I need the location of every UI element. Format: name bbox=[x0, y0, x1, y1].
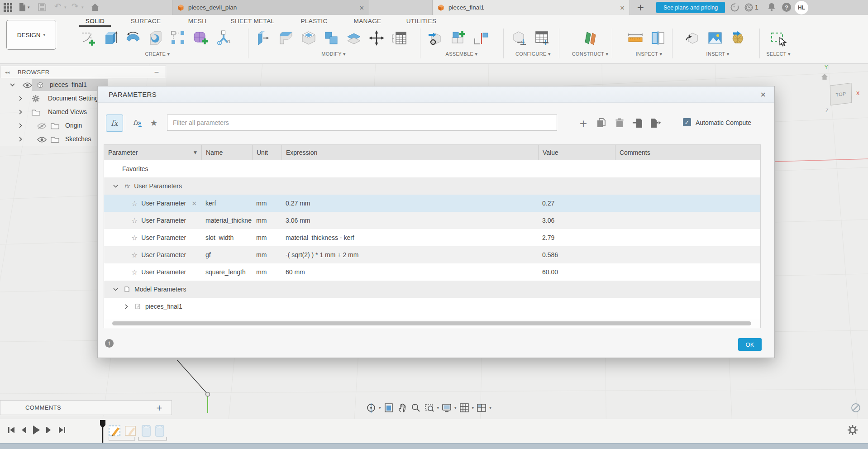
home-icon[interactable] bbox=[91, 3, 100, 12]
add-comment-icon[interactable]: + bbox=[156, 403, 162, 412]
construct-plane-icon[interactable] bbox=[580, 27, 600, 49]
favorite-star-icon[interactable]: ☆ bbox=[131, 199, 138, 208]
browser-item-label[interactable]: pieces_final1 bbox=[50, 81, 87, 88]
group-label-insert[interactable]: INSERT ▾ bbox=[682, 51, 753, 57]
delete-parameter-icon[interactable] bbox=[614, 117, 625, 129]
timeline-step-back-icon[interactable] bbox=[20, 426, 27, 434]
create-sketch-icon[interactable] bbox=[78, 27, 98, 49]
parameter-name[interactable]: kerf bbox=[201, 200, 252, 207]
grid-snap-caret-icon[interactable]: ▾ bbox=[472, 406, 474, 410]
favorite-star-icon[interactable]: ☆ bbox=[131, 268, 138, 277]
chevron-right-icon[interactable] bbox=[19, 110, 22, 115]
notifications-bell-icon[interactable] bbox=[768, 3, 776, 12]
timeline-step-forward-icon[interactable] bbox=[45, 426, 52, 434]
parameter-expression[interactable]: -( sqrt(2) ) * 1 mm + 2 mm bbox=[281, 251, 538, 258]
measure-icon[interactable] bbox=[625, 27, 645, 49]
ribbon-tab-sheet-metal[interactable]: SHEET METAL bbox=[231, 18, 275, 24]
configuration-table-icon[interactable] bbox=[532, 27, 552, 49]
chevron-down-icon[interactable] bbox=[113, 288, 118, 291]
revolve-icon[interactable] bbox=[123, 27, 143, 49]
browser-item-label[interactable]: Origin bbox=[65, 122, 82, 129]
chevron-right-icon[interactable] bbox=[19, 123, 22, 128]
app-grid-icon[interactable] bbox=[4, 3, 12, 12]
ok-button[interactable]: OK bbox=[738, 338, 762, 351]
column-header-name[interactable]: Name bbox=[201, 145, 252, 160]
group-label-assemble[interactable]: ASSEMBLE ▾ bbox=[425, 51, 498, 57]
grid-snap-icon[interactable] bbox=[458, 402, 470, 414]
parameter-unit[interactable]: mm bbox=[252, 251, 281, 258]
configure-icon[interactable] bbox=[510, 27, 529, 49]
comments-panel[interactable]: COMMENTS + bbox=[0, 400, 172, 415]
parameter-expression[interactable]: 3.06 mm bbox=[281, 217, 538, 224]
timeline-playhead-marker[interactable] bbox=[99, 420, 107, 443]
show-all-parameters-toggle[interactable]: fx bbox=[106, 115, 123, 132]
parameter-expression[interactable]: 0.27 mm bbox=[281, 200, 538, 207]
parameter-unit[interactable]: mm bbox=[252, 200, 281, 207]
section-analysis-icon[interactable] bbox=[648, 27, 668, 49]
favorite-star-icon[interactable]: ☆ bbox=[131, 251, 138, 259]
insert-derive-icon[interactable] bbox=[682, 27, 702, 49]
timeline-go-to-end-icon[interactable] bbox=[58, 426, 66, 434]
parameter-unit[interactable]: mm bbox=[252, 268, 281, 276]
group-label-modify[interactable]: MODIFY ▾ bbox=[253, 51, 414, 57]
viewcube[interactable]: Y TOP X Z bbox=[818, 68, 866, 118]
file-menu-icon[interactable] bbox=[19, 3, 26, 12]
browser-item-label[interactable]: Sketches bbox=[65, 135, 91, 143]
browser-collapse-icon[interactable]: ◂◂ bbox=[5, 70, 10, 75]
parameter-unit[interactable]: mm bbox=[252, 234, 281, 241]
zoom-icon[interactable]: +- bbox=[410, 402, 422, 414]
fillet-icon[interactable] bbox=[276, 27, 296, 49]
dialog-info-icon[interactable]: i bbox=[105, 339, 114, 348]
hole-icon[interactable] bbox=[146, 27, 166, 49]
timeline-play-icon[interactable] bbox=[32, 425, 41, 435]
joint-icon[interactable] bbox=[471, 27, 491, 49]
browser-header[interactable]: ◂◂ BROWSER − bbox=[0, 66, 166, 78]
timeline-feature-extrude1-icon[interactable] bbox=[140, 424, 153, 438]
extensions-icon[interactable] bbox=[730, 3, 739, 12]
chevron-down-icon[interactable] bbox=[10, 83, 15, 86]
settings-gear-icon[interactable] bbox=[847, 425, 858, 435]
user-parameters-filter-button[interactable]: fx bbox=[129, 115, 146, 131]
parameter-row-material-thickness[interactable]: ☆ User Parameter material_thickness mm 3… bbox=[104, 212, 760, 229]
browser-minimize-icon[interactable]: − bbox=[154, 68, 159, 76]
zoom-window-icon[interactable] bbox=[424, 402, 435, 414]
ribbon-tab-mesh[interactable]: MESH bbox=[188, 18, 207, 24]
shell-icon[interactable] bbox=[299, 27, 319, 49]
orbit-icon[interactable] bbox=[365, 402, 377, 414]
browser-item-label[interactable]: Document Settings bbox=[48, 95, 101, 102]
file-menu-caret-icon[interactable]: ▾ bbox=[28, 5, 30, 10]
timeline-feature-sketch1-icon[interactable] bbox=[108, 424, 122, 438]
visibility-off-eye-icon[interactable] bbox=[37, 123, 47, 129]
viewports-icon[interactable] bbox=[476, 402, 487, 414]
extrude-icon[interactable] bbox=[100, 27, 120, 49]
save-icon[interactable] bbox=[38, 3, 46, 11]
model-parameters-group-row[interactable]: Model Parameters bbox=[104, 281, 760, 298]
dialog-close-icon[interactable]: × bbox=[760, 90, 766, 99]
favorite-star-icon[interactable]: ☆ bbox=[131, 216, 138, 225]
user-avatar[interactable]: HL bbox=[795, 1, 808, 14]
parameter-expression[interactable]: material_thickness - kerf bbox=[281, 234, 538, 241]
group-label-create[interactable]: CREATE ▾ bbox=[78, 51, 237, 57]
comment-indicator-icon[interactable] bbox=[851, 403, 861, 413]
delete-row-icon[interactable]: × bbox=[191, 200, 197, 207]
parameter-expression[interactable]: 60 mm bbox=[281, 268, 538, 276]
timeline-go-to-start-icon[interactable] bbox=[7, 426, 15, 434]
parameter-row-kerf[interactable]: ☆ User Parameter × kerf mm 0.27 mm 0.27 bbox=[104, 195, 760, 212]
ribbon-tab-utilities[interactable]: UTILITIES bbox=[406, 18, 437, 24]
viewports-caret-icon[interactable]: ▾ bbox=[489, 406, 491, 410]
help-icon[interactable]: ? bbox=[782, 3, 791, 12]
timeline-feature-sketch2-icon[interactable] bbox=[124, 424, 138, 438]
new-component-icon[interactable] bbox=[448, 27, 468, 49]
change-parameters-icon[interactable] bbox=[389, 27, 409, 49]
chevron-right-icon[interactable] bbox=[125, 304, 128, 309]
insert-component-icon[interactable] bbox=[425, 27, 445, 49]
redo-caret-icon[interactable]: ▾ bbox=[81, 5, 84, 10]
duplicate-parameter-icon[interactable] bbox=[596, 117, 607, 129]
model-item-row[interactable]: pieces_final1 bbox=[104, 298, 760, 315]
combine-icon[interactable] bbox=[321, 27, 341, 49]
ribbon-tab-plastic[interactable]: PLASTIC bbox=[300, 18, 327, 24]
automatic-compute-checkbox[interactable]: ✓ bbox=[683, 118, 691, 126]
group-label-configure[interactable]: CONFIGURE ▾ bbox=[510, 51, 557, 57]
parameter-name[interactable]: square_length bbox=[201, 268, 252, 276]
zoom-window-caret-icon[interactable]: ▾ bbox=[437, 406, 439, 410]
